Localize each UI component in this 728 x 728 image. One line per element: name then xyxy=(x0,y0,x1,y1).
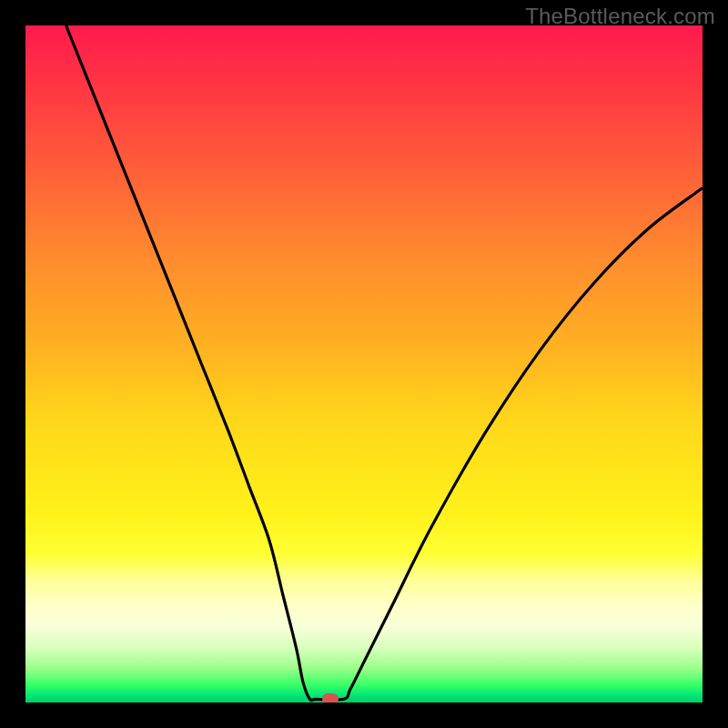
bottleneck-curve xyxy=(25,25,703,703)
plot-area xyxy=(25,25,703,703)
chart-frame: TheBottleneck.com xyxy=(0,0,728,728)
optimal-marker xyxy=(322,693,339,703)
watermark-text: TheBottleneck.com xyxy=(525,4,715,29)
